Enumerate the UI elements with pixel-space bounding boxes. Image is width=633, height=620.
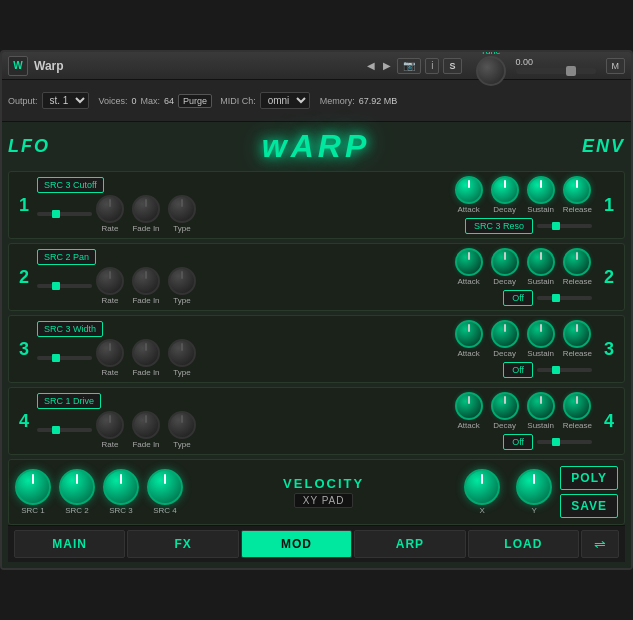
shuffle-button[interactable]: ⇌ (581, 530, 619, 558)
type-knob-3[interactable] (168, 339, 196, 367)
row-num-3-right: 3 (600, 339, 618, 360)
lfo-knobs-4: Rate Fade In Type (96, 411, 196, 449)
m-button[interactable]: M (606, 58, 626, 74)
decay-label-2: Decay (493, 277, 516, 286)
sustain-label-4: Sustain (527, 421, 554, 430)
rate-knob-4[interactable] (96, 411, 124, 439)
nav-load[interactable]: LOAD (468, 530, 579, 558)
row-num-2-right: 2 (600, 267, 618, 288)
decay-knob-1[interactable] (491, 176, 519, 204)
attack-label-2: Attack (458, 277, 480, 286)
src2-knob[interactable] (59, 469, 95, 505)
release-group-2: Release (563, 248, 592, 286)
env-slider-4[interactable] (537, 440, 592, 444)
info-btn[interactable]: i (425, 58, 439, 74)
tune-knob[interactable] (476, 56, 506, 86)
release-knob-1[interactable] (563, 176, 591, 204)
release-knob-2[interactable] (563, 248, 591, 276)
camera-btn[interactable]: 📷 (397, 58, 421, 74)
rate-group-2: Rate (96, 267, 124, 305)
decay-group-4: Decay (491, 392, 519, 430)
attack-knob-3[interactable] (455, 320, 483, 348)
src3-label: SRC 3 (109, 506, 133, 515)
midi-select[interactable]: omni (260, 92, 310, 109)
env-dest-4[interactable]: Off (503, 434, 533, 450)
fadein-label-3: Fade In (132, 368, 159, 377)
fadein-label-4: Fade In (132, 440, 159, 449)
purge-button[interactable]: Purge (178, 94, 212, 108)
fadein-group-4: Fade In (132, 411, 160, 449)
type-knob-1[interactable] (168, 195, 196, 223)
fadein-knob-2[interactable] (132, 267, 160, 295)
fadein-knob-3[interactable] (132, 339, 160, 367)
y-knob[interactable] (516, 469, 552, 505)
src-knobs: SRC 1 SRC 2 SRC 3 SRC 4 (15, 469, 183, 515)
sustain-knob-3[interactable] (527, 320, 555, 348)
poly-button[interactable]: POLY (560, 466, 618, 490)
env-dest-3[interactable]: Off (503, 362, 533, 378)
nav-mod[interactable]: MOD (241, 530, 352, 558)
fadein-knob-1[interactable] (132, 195, 160, 223)
release-group-4: Release (563, 392, 592, 430)
sustain-knob-2[interactable] (527, 248, 555, 276)
src4-knob[interactable] (147, 469, 183, 505)
decay-knob-3[interactable] (491, 320, 519, 348)
lfo-src-1[interactable]: SRC 3 Cutoff (37, 177, 104, 193)
rate-knob-1[interactable] (96, 195, 124, 223)
attack-knob-2[interactable] (455, 248, 483, 276)
release-knob-4[interactable] (563, 392, 591, 420)
type-label-1: Type (173, 224, 190, 233)
env-knobs-4: Attack Decay Sustain Release (455, 392, 592, 430)
volume-slider[interactable] (516, 68, 596, 74)
decay-knob-4[interactable] (491, 392, 519, 420)
lfo-slider-2[interactable] (37, 284, 92, 288)
env-dest-2[interactable]: Off (503, 290, 533, 306)
env-slider-3[interactable] (537, 368, 592, 372)
row-num-4: 4 (15, 411, 33, 432)
type-group-2: Type (168, 267, 196, 305)
nav-arp[interactable]: ARP (354, 530, 465, 558)
attack-group-2: Attack (455, 248, 483, 286)
s-button[interactable]: S (443, 58, 461, 74)
rate-knob-3[interactable] (96, 339, 124, 367)
lfo-src-3[interactable]: SRC 3 Width (37, 321, 103, 337)
env-dest-1[interactable]: SRC 3 Reso (465, 218, 533, 234)
lfo-slider-3[interactable] (37, 356, 92, 360)
attack-label-1: Attack (458, 205, 480, 214)
lfo-slider-4[interactable] (37, 428, 92, 432)
type-knob-2[interactable] (168, 267, 196, 295)
sustain-knob-1[interactable] (527, 176, 555, 204)
x-knob[interactable] (464, 469, 500, 505)
sustain-knob-4[interactable] (527, 392, 555, 420)
title-bar: W Warp ◀ ▶ 📷 i S Tune 0.00 M (2, 52, 631, 80)
env-slider-2[interactable] (537, 296, 592, 300)
lfo-slider-1[interactable] (37, 212, 92, 216)
save-button[interactable]: SAVE (560, 494, 618, 518)
nav-fx[interactable]: FX (127, 530, 238, 558)
src3-knob[interactable] (103, 469, 139, 505)
row-num-3: 3 (15, 339, 33, 360)
release-label-2: Release (563, 277, 592, 286)
decay-knob-2[interactable] (491, 248, 519, 276)
src1-knob[interactable] (15, 469, 51, 505)
mod-row-1: 1 SRC 3 Cutoff Rate Fade In (8, 171, 625, 239)
attack-group-1: Attack (455, 176, 483, 214)
rate-knob-2[interactable] (96, 267, 124, 295)
sustain-group-3: Sustain (527, 320, 555, 358)
fadein-knob-4[interactable] (132, 411, 160, 439)
type-knob-4[interactable] (168, 411, 196, 439)
nav-main[interactable]: MAIN (14, 530, 125, 558)
xy-pad-label[interactable]: XY PAD (294, 493, 354, 508)
env-slider-1[interactable] (537, 224, 592, 228)
decay-label-4: Decay (493, 421, 516, 430)
lfo-src-2[interactable]: SRC 2 Pan (37, 249, 96, 265)
decay-label-3: Decay (493, 349, 516, 358)
release-knob-3[interactable] (563, 320, 591, 348)
row-num-1: 1 (15, 195, 33, 216)
lfo-src-4[interactable]: SRC 1 Drive (37, 393, 101, 409)
attack-knob-4[interactable] (455, 392, 483, 420)
output-select[interactable]: st. 1 (42, 92, 89, 109)
next-btn[interactable]: ▶ (383, 60, 391, 71)
attack-knob-1[interactable] (455, 176, 483, 204)
prev-btn[interactable]: ◀ (367, 60, 375, 71)
